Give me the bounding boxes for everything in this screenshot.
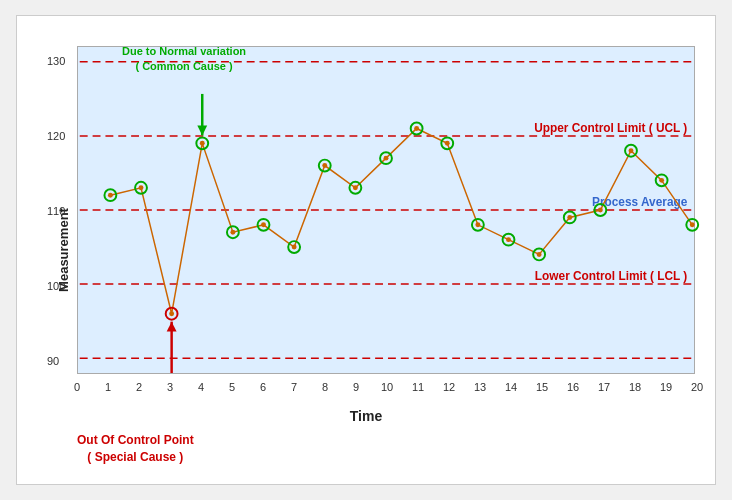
svg-marker-51 (167, 322, 177, 332)
svg-point-19 (261, 222, 266, 227)
svg-point-37 (537, 252, 542, 257)
x-tick-label: 16 (567, 381, 579, 393)
x-tick-label: 11 (412, 381, 424, 393)
y-tick-label: 100 (47, 280, 65, 292)
x-tick-label: 6 (260, 381, 266, 393)
normal-cause-annotation: Due to Normal variation( Common Cause ) (122, 44, 246, 75)
svg-point-41 (598, 208, 603, 213)
svg-point-21 (292, 245, 297, 250)
x-tick-label: 17 (598, 381, 610, 393)
x-tick-label: 13 (474, 381, 486, 393)
x-tick-label: 9 (353, 381, 359, 393)
svg-point-39 (567, 215, 572, 220)
x-tick-label: 8 (322, 381, 328, 393)
svg-point-35 (506, 237, 511, 242)
svg-text:Lower Control Limit ( LCL ): Lower Control Limit ( LCL ) (535, 269, 687, 283)
x-tick-label: 12 (443, 381, 455, 393)
svg-point-33 (475, 222, 480, 227)
x-tick-label: 5 (229, 381, 235, 393)
chart-container: Measurement Upper Control Limit ( UCL )L… (16, 15, 716, 485)
svg-point-43 (629, 148, 634, 153)
svg-point-29 (414, 126, 419, 131)
x-tick-label: 18 (629, 381, 641, 393)
svg-point-13 (169, 311, 174, 316)
chart-area: Upper Control Limit ( UCL )Lower Control… (77, 46, 695, 374)
y-tick-label: 90 (47, 355, 59, 367)
x-tick-label: 2 (136, 381, 142, 393)
x-tick-label: 19 (660, 381, 672, 393)
svg-point-31 (445, 141, 450, 146)
svg-point-17 (230, 230, 235, 235)
svg-point-27 (384, 156, 389, 161)
svg-text:Upper Control Limit ( UCL ): Upper Control Limit ( UCL ) (534, 121, 687, 135)
svg-point-11 (139, 185, 144, 190)
x-tick-label: 15 (536, 381, 548, 393)
x-tick-label: 3 (167, 381, 173, 393)
svg-point-9 (108, 193, 113, 198)
svg-point-45 (659, 178, 664, 183)
svg-point-15 (200, 141, 205, 146)
svg-point-25 (353, 185, 358, 190)
x-tick-label: 1 (105, 381, 111, 393)
x-tick-label: 0 (74, 381, 80, 393)
x-tick-label: 14 (505, 381, 517, 393)
y-tick-label: 120 (47, 130, 65, 142)
x-tick-label: 10 (381, 381, 393, 393)
svg-point-47 (690, 222, 695, 227)
svg-marker-49 (197, 126, 207, 136)
x-tick-label: 7 (291, 381, 297, 393)
x-axis-label: Time (350, 408, 382, 424)
y-tick-label: 110 (47, 205, 65, 217)
x-tick-label: 20 (691, 381, 703, 393)
svg-point-23 (322, 163, 327, 168)
y-tick-label: 130 (47, 55, 65, 67)
out-of-control-annotation: Out Of Control Point( Special Cause ) (77, 432, 194, 466)
chart-svg: Upper Control Limit ( UCL )Lower Control… (78, 47, 694, 373)
x-tick-label: 4 (198, 381, 204, 393)
